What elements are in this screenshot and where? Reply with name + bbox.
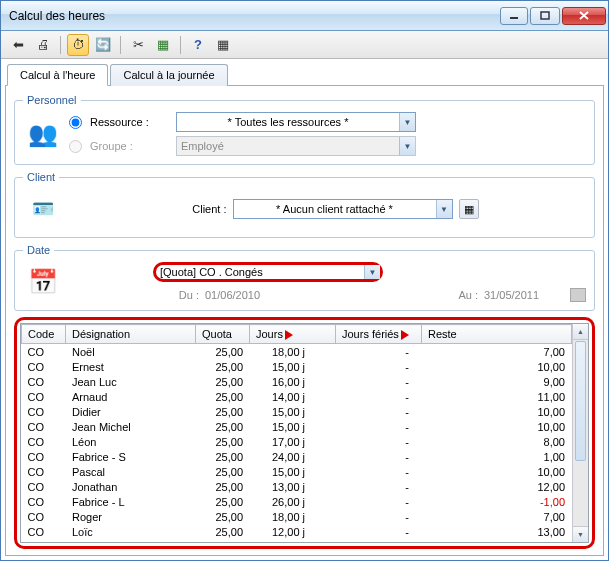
cell-code: CO bbox=[22, 434, 66, 449]
cell-quota: 25,00 bbox=[196, 479, 250, 494]
tab-day[interactable]: Calcul à la journée bbox=[110, 64, 227, 86]
col-jours[interactable]: Jours bbox=[250, 325, 336, 344]
resource-combo[interactable]: * Toutes les ressources * ▼ bbox=[176, 112, 416, 132]
radio-group[interactable] bbox=[69, 140, 82, 153]
scroll-up-icon[interactable]: ▲ bbox=[573, 324, 588, 340]
cell-des: Didier bbox=[66, 404, 196, 419]
group-personnel: Personnel 👥 Ressource : * Toutes les res… bbox=[14, 94, 595, 165]
col-code[interactable]: Code bbox=[22, 325, 66, 344]
cell-code: CO bbox=[22, 479, 66, 494]
resource-label: Ressource : bbox=[90, 116, 170, 128]
table-row[interactable]: CORoger25,0018,00 j-7,00 bbox=[22, 509, 572, 524]
quota-combo[interactable]: [Quota] CO . Congés ▼ bbox=[153, 262, 383, 282]
svg-rect-1 bbox=[541, 12, 549, 19]
cell-code: CO bbox=[22, 449, 66, 464]
cell-quota: 25,00 bbox=[196, 404, 250, 419]
cell-jours: 24,00 j bbox=[250, 449, 336, 464]
col-feries-label: Jours fériés bbox=[342, 328, 399, 340]
group-label: Groupe : bbox=[90, 140, 170, 152]
cell-ferie: - bbox=[336, 479, 422, 494]
scroll-down-icon[interactable]: ▼ bbox=[573, 526, 588, 542]
table-row[interactable]: COJonathan25,0013,00 j-12,00 bbox=[22, 479, 572, 494]
cell-jours: 15,00 j bbox=[250, 404, 336, 419]
cell-reste: 1,00 bbox=[422, 449, 572, 464]
cell-reste: 11,00 bbox=[422, 389, 572, 404]
clock-icon[interactable]: ⏱ bbox=[67, 34, 89, 56]
cell-des: Ernest bbox=[66, 359, 196, 374]
chevron-down-icon[interactable]: ▼ bbox=[364, 265, 380, 279]
cell-jours: 16,00 j bbox=[250, 374, 336, 389]
table-row[interactable]: COLéon25,0017,00 j-8,00 bbox=[22, 434, 572, 449]
group-combo[interactable]: Employé ▼ bbox=[176, 136, 416, 156]
separator bbox=[180, 36, 181, 54]
pointer-icon bbox=[285, 330, 293, 340]
table-row[interactable]: COErnest25,0015,00 j-10,00 bbox=[22, 359, 572, 374]
cell-des: Pascal bbox=[66, 464, 196, 479]
col-reste[interactable]: Reste bbox=[422, 325, 572, 344]
table-row[interactable]: CONoël25,0018,00 j-7,00 bbox=[22, 344, 572, 360]
cell-ferie: - bbox=[336, 449, 422, 464]
legend-date: Date bbox=[23, 244, 54, 256]
radio-resource[interactable] bbox=[69, 116, 82, 129]
vertical-scrollbar[interactable]: ▲ ▼ bbox=[572, 324, 588, 542]
col-quota[interactable]: Quota bbox=[196, 325, 250, 344]
table-row[interactable]: CODidier25,0015,00 j-10,00 bbox=[22, 404, 572, 419]
date-from-label: Du : bbox=[173, 289, 199, 301]
cell-des: Arnaud bbox=[66, 389, 196, 404]
cell-jours: 18,00 j bbox=[250, 509, 336, 524]
cell-des: Jean Luc bbox=[66, 374, 196, 389]
cell-des: Léon bbox=[66, 434, 196, 449]
chevron-down-icon[interactable]: ▼ bbox=[399, 113, 415, 131]
col-feries[interactable]: Jours fériés bbox=[336, 325, 422, 344]
table-row[interactable]: COArnaud25,0014,00 j-11,00 bbox=[22, 389, 572, 404]
table-row[interactable]: COFabrice - S25,0024,00 j-1,00 bbox=[22, 449, 572, 464]
app-window: Calcul des heures ⬅ 🖨 ⏱ 🔄 ✂ ▦ ? ▦ Calcul… bbox=[0, 0, 609, 561]
resource-value: * Toutes les ressources * bbox=[177, 116, 399, 128]
cell-reste: 10,00 bbox=[422, 404, 572, 419]
date-to-label: Au : bbox=[452, 289, 478, 301]
chevron-down-icon[interactable]: ▼ bbox=[399, 137, 415, 155]
cell-ferie: - bbox=[336, 359, 422, 374]
print-icon[interactable]: 🖨 bbox=[32, 34, 54, 56]
table-row[interactable]: COFabrice - L25,0026,00 j--1,00 bbox=[22, 494, 572, 509]
cell-jours: 17,00 j bbox=[250, 434, 336, 449]
client-label: Client : bbox=[177, 203, 227, 215]
close-button[interactable] bbox=[562, 7, 606, 25]
maximize-button[interactable] bbox=[530, 7, 560, 25]
tab-hour[interactable]: Calcul à l'heure bbox=[7, 64, 108, 86]
cell-reste: 7,00 bbox=[422, 509, 572, 524]
calendar-picker-icon[interactable] bbox=[570, 288, 586, 302]
table-row[interactable]: COJean Michel25,0015,00 j-10,00 bbox=[22, 419, 572, 434]
client-value: * Aucun client rattaché * bbox=[234, 203, 436, 215]
table-row[interactable]: COPascal25,0015,00 j-10,00 bbox=[22, 464, 572, 479]
legend-personnel: Personnel bbox=[23, 94, 81, 106]
help-icon[interactable]: ? bbox=[187, 34, 209, 56]
col-jours-label: Jours bbox=[256, 328, 283, 340]
cell-quota: 25,00 bbox=[196, 419, 250, 434]
cell-code: CO bbox=[22, 374, 66, 389]
client-combo[interactable]: * Aucun client rattaché * ▼ bbox=[233, 199, 453, 219]
calendar-icon: 📅 bbox=[23, 268, 63, 296]
cell-code: CO bbox=[22, 494, 66, 509]
cell-reste: 10,00 bbox=[422, 359, 572, 374]
cell-code: CO bbox=[22, 419, 66, 434]
toolbar: ⬅ 🖨 ⏱ 🔄 ✂ ▦ ? ▦ bbox=[1, 31, 608, 59]
cell-ferie: - bbox=[336, 434, 422, 449]
quota-value: [Quota] CO . Congés bbox=[156, 266, 364, 278]
grid-icon[interactable]: ▦ bbox=[212, 34, 234, 56]
client-browse-button[interactable]: ▦ bbox=[459, 199, 479, 219]
table-row[interactable]: COJean Luc25,0016,00 j-9,00 bbox=[22, 374, 572, 389]
chevron-down-icon[interactable]: ▼ bbox=[436, 200, 452, 218]
refresh-icon[interactable]: 🔄 bbox=[92, 34, 114, 56]
people-icon: 👥 bbox=[23, 114, 63, 154]
minimize-button[interactable] bbox=[500, 7, 528, 25]
cut-icon[interactable]: ✂ bbox=[127, 34, 149, 56]
nav-back-icon[interactable]: ⬅ bbox=[7, 34, 29, 56]
cell-code: CO bbox=[22, 404, 66, 419]
table-row[interactable]: COLoïc25,0012,00 j-13,00 bbox=[22, 524, 572, 539]
scroll-thumb[interactable] bbox=[575, 341, 586, 461]
cell-ferie: - bbox=[336, 389, 422, 404]
excel-icon[interactable]: ▦ bbox=[152, 34, 174, 56]
separator bbox=[60, 36, 61, 54]
col-designation[interactable]: Désignation bbox=[66, 325, 196, 344]
